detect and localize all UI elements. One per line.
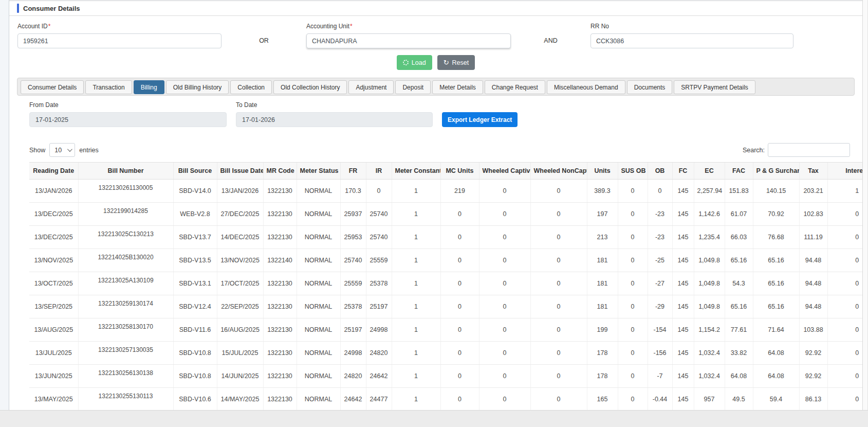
column-header-fc[interactable]: FC xyxy=(672,163,694,180)
tab-old-billing-history[interactable]: Old Billing History xyxy=(166,80,229,94)
table-cell: 0 xyxy=(530,342,587,365)
table-cell: 13/JUL/2025 xyxy=(29,342,78,365)
vertical-scrollbar[interactable] xyxy=(862,0,868,410)
table-cell: 0 xyxy=(530,203,587,226)
from-date-field[interactable]: 17-01-2025 xyxy=(29,112,227,127)
tab-billing[interactable]: Billing xyxy=(134,80,164,94)
tab-adjustment[interactable]: Adjustment xyxy=(348,80,394,94)
table-row: 13/JAN/20261322130261130005SBD-V14.013/J… xyxy=(29,180,862,203)
table-cell: 61.07 xyxy=(725,203,753,226)
table-cell: 1322130257130035 xyxy=(78,342,173,365)
column-header-meter-constant[interactable]: Meter Constant xyxy=(392,163,440,180)
consumer-search-form: Account ID* OR Accounting Unit* CHANDAPU… xyxy=(9,16,862,48)
table-cell: 1 xyxy=(392,249,440,272)
export-ledger-extract-button[interactable]: Export Ledger Extract xyxy=(442,112,518,127)
table-cell: 181 xyxy=(587,272,618,295)
table-cell: 25740 xyxy=(366,226,392,249)
tab-miscellaneous-demand[interactable]: Miscellaneous Demand xyxy=(547,80,625,94)
table-cell: 0 xyxy=(440,318,479,342)
table-cell: SBD-V10.8 xyxy=(173,365,217,388)
table-search-input[interactable] xyxy=(768,143,850,157)
column-header-reading-date[interactable]: Reading Date xyxy=(29,163,78,180)
table-row: 13/JUN/20251322130256130138SBD-V10.814/J… xyxy=(29,365,862,388)
reset-button[interactable]: ↻ Reset xyxy=(437,55,475,70)
column-header-ir[interactable]: IR xyxy=(366,163,392,180)
table-cell: 0 xyxy=(827,318,862,342)
table-cell: 1322130258130170 xyxy=(78,318,173,342)
column-header-fr[interactable]: FR xyxy=(340,163,366,180)
column-header-mc-units[interactable]: MC Units xyxy=(440,163,479,180)
tab-change-request[interactable]: Change Request xyxy=(485,80,545,94)
table-cell: 76.68 xyxy=(753,226,799,249)
column-header-p-g-surcharge[interactable]: P & G Surcharge xyxy=(753,163,799,180)
table-cell: 1,235.4 xyxy=(694,226,725,249)
table-controls-row: Show 10 entries Search: xyxy=(9,127,862,157)
load-button[interactable]: Load xyxy=(397,55,432,70)
to-date-field[interactable]: 17-01-2026 xyxy=(236,112,433,127)
table-cell: 0 xyxy=(827,295,862,318)
column-header-fac[interactable]: FAC xyxy=(725,163,753,180)
table-cell: 0 xyxy=(479,272,530,295)
column-header-bill-source[interactable]: Bill Source xyxy=(173,163,217,180)
tab-meter-details[interactable]: Meter Details xyxy=(432,80,483,94)
tab-collection[interactable]: Collection xyxy=(230,80,272,94)
tab-old-collection-history[interactable]: Old Collection History xyxy=(273,80,347,94)
table-cell: 1322130256130138 xyxy=(78,365,173,388)
tab-srtpv-payment-details[interactable]: SRTPV Payment Details xyxy=(674,80,755,94)
page-size-select[interactable]: 10 xyxy=(49,143,75,157)
column-header-wheeled-noncaptive[interactable]: Wheeled NonCaptive xyxy=(530,163,587,180)
column-header-bill-number[interactable]: Bill Number xyxy=(78,163,173,180)
table-cell: 22/SEP/2025 xyxy=(217,295,263,318)
table-row: 13/NOV/2025132214025B130020SBD-V13.513/N… xyxy=(29,249,862,272)
table-cell: -154 xyxy=(648,318,672,342)
billing-filter-row: From Date 17-01-2025 To Date 17-01-2026 … xyxy=(9,96,862,127)
column-header-interest[interactable]: Interest xyxy=(827,163,862,180)
title-bar: Consumer Details xyxy=(9,2,862,16)
table-cell: 0 xyxy=(440,388,479,411)
table-cell: 0 xyxy=(530,365,587,388)
column-header-tax[interactable]: Tax xyxy=(799,163,827,180)
table-cell: NORMAL xyxy=(297,365,340,388)
table-cell: 132213025A130109 xyxy=(78,272,173,295)
table-row: 13/AUG/20251322130258130170SBD-V11.616/A… xyxy=(29,318,862,342)
tab-transaction[interactable]: Transaction xyxy=(85,80,132,94)
table-cell: 2,257.94 xyxy=(694,180,725,203)
tab-deposit[interactable]: Deposit xyxy=(395,80,431,94)
table-cell: 14/JUN/2025 xyxy=(217,365,263,388)
column-header-sus-ob[interactable]: SUS OB xyxy=(618,163,648,180)
spinner-icon xyxy=(403,60,409,65)
column-header-bill-issue-date[interactable]: Bill Issue Date xyxy=(217,163,263,180)
table-cell: 1322130 xyxy=(263,295,297,318)
or-label: OR xyxy=(221,23,306,48)
table-cell: 0 xyxy=(827,388,862,411)
table-cell: -7 xyxy=(648,365,672,388)
accounting-unit-label: Accounting Unit* xyxy=(306,23,511,30)
table-cell: 0 xyxy=(440,365,479,388)
tab-documents[interactable]: Documents xyxy=(627,80,673,94)
table-cell: 0 xyxy=(618,272,648,295)
account-id-field[interactable] xyxy=(17,33,221,48)
accounting-unit-select[interactable]: CHANDAPURA xyxy=(306,33,511,48)
column-header-wheeled-captive[interactable]: Wheeled Captive xyxy=(479,163,530,180)
table-cell: 1322130 xyxy=(263,180,297,203)
table-cell: 213 xyxy=(587,226,618,249)
column-header-ec[interactable]: EC xyxy=(694,163,725,180)
table-cell: 1 xyxy=(392,342,440,365)
table-cell: 199 xyxy=(587,318,618,342)
table-cell: 13/JUN/2025 xyxy=(29,365,78,388)
tab-consumer-details[interactable]: Consumer Details xyxy=(21,80,84,94)
table-cell: -25 xyxy=(648,249,672,272)
rr-no-field[interactable] xyxy=(590,33,793,48)
billing-table-container: Reading DateBill NumberBill SourceBill I… xyxy=(29,162,862,410)
table-cell: 1322130 xyxy=(263,342,297,365)
column-header-units[interactable]: Units xyxy=(587,163,618,180)
table-cell: 0 xyxy=(827,342,862,365)
column-header-meter-status[interactable]: Meter Status xyxy=(297,163,340,180)
column-header-mr-code[interactable]: MR Code xyxy=(263,163,297,180)
table-cell: 1322130 xyxy=(263,226,297,249)
table-cell: 1 xyxy=(392,226,440,249)
table-cell: 0 xyxy=(440,226,479,249)
table-cell: 1 xyxy=(392,365,440,388)
column-header-ob[interactable]: OB xyxy=(648,163,672,180)
table-cell: 145 xyxy=(672,180,694,203)
